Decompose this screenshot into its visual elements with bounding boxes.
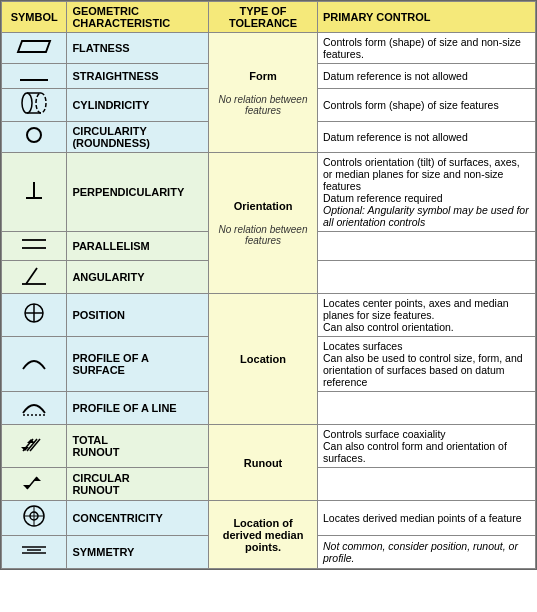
char-circular-runout: CIRCULARRUNOUT xyxy=(67,468,209,501)
symbol-profile-surface xyxy=(2,337,67,392)
char-flatness: FLATNESS xyxy=(67,33,209,64)
primary-flatness: Controls form (shape) of size and non-si… xyxy=(318,33,536,64)
svg-point-3 xyxy=(36,93,46,113)
tol-form: Form No relation between features xyxy=(209,33,318,153)
tol-runout: Runout xyxy=(209,425,318,501)
svg-line-9 xyxy=(26,268,37,284)
symbol-circular-runout xyxy=(2,468,67,501)
primary-circular-runout xyxy=(318,468,536,501)
char-cylindricity: CYLINDRICITY xyxy=(67,89,209,122)
char-concentricity: CONCENTRICITY xyxy=(67,501,209,536)
char-parallelism: PARALLELISM xyxy=(67,232,209,261)
char-profile-line: PROFILE OF A LINE xyxy=(67,392,209,425)
table-row: CONCENTRICITY Location of derived median… xyxy=(2,501,536,536)
tol-orientation: Orientation No relation between features xyxy=(209,153,318,294)
primary-angularity xyxy=(318,261,536,294)
table-row: PERPENDICULARITY Orientation No relation… xyxy=(2,153,536,232)
symbol-total-runout xyxy=(2,425,67,468)
symbol-cylindricity xyxy=(2,89,67,122)
tol-derived: Location of derived median points. xyxy=(209,501,318,569)
char-angularity: ANGULARITY xyxy=(67,261,209,294)
symbol-parallelism xyxy=(2,232,67,261)
symbol-perpendicularity xyxy=(2,153,67,232)
symbol-concentricity xyxy=(2,501,67,536)
table-row: TOTALRUNOUT Runout Controls surface coax… xyxy=(2,425,536,468)
header-tolerance: Type of Tolerance xyxy=(209,2,318,33)
primary-profile-line xyxy=(318,392,536,425)
char-perpendicularity: PERPENDICULARITY xyxy=(67,153,209,232)
symbol-profile-line xyxy=(2,392,67,425)
tol-location: Location xyxy=(209,294,318,425)
gdt-table: Symbol Geometric Characteristic Type of … xyxy=(0,0,537,570)
char-position: POSITION xyxy=(67,294,209,337)
table-row: FLATNESS Form No relation between featur… xyxy=(2,33,536,64)
char-symmetry: SYMMETRY xyxy=(67,536,209,569)
svg-marker-18 xyxy=(27,439,35,443)
primary-concentricity: Locates derived median points of a featu… xyxy=(318,501,536,536)
header-primary: Primary Control xyxy=(318,2,536,33)
primary-symmetry: Not common, consider position, runout, o… xyxy=(318,536,536,569)
primary-cylindricity: Controls form (shape) of size features xyxy=(318,89,536,122)
primary-parallelism xyxy=(318,232,536,261)
header-characteristic: Geometric Characteristic xyxy=(67,2,209,33)
primary-position: Locates center points, axes and median p… xyxy=(318,294,536,337)
char-circularity: CIRCULARITY (ROUNDNESS) xyxy=(67,122,209,153)
symbol-position xyxy=(2,294,67,337)
header-symbol: Symbol xyxy=(2,2,67,33)
primary-profile-surface: Locates surfaces Can also be used to con… xyxy=(318,337,536,392)
symbol-symmetry xyxy=(2,536,67,569)
primary-circularity: Datum reference is not allowed xyxy=(318,122,536,153)
char-total-runout: TOTALRUNOUT xyxy=(67,425,209,468)
primary-straightness: Datum reference is not allowed xyxy=(318,64,536,89)
table-row: POSITION Location Locates center points,… xyxy=(2,294,536,337)
primary-perpendicularity: Controls orientation (tilt) of surfaces,… xyxy=(318,153,536,232)
symbol-straightness xyxy=(2,64,67,89)
symbol-flatness xyxy=(2,33,67,64)
symbol-angularity xyxy=(2,261,67,294)
svg-marker-20 xyxy=(23,485,31,489)
primary-total-runout: Controls surface coaxiality Can also con… xyxy=(318,425,536,468)
svg-point-0 xyxy=(22,93,32,113)
symbol-circularity xyxy=(2,122,67,153)
char-profile-surface: PROFILE OF A SURFACE xyxy=(67,337,209,392)
char-straightness: STRAIGHTNESS xyxy=(67,64,209,89)
svg-marker-21 xyxy=(33,477,41,481)
